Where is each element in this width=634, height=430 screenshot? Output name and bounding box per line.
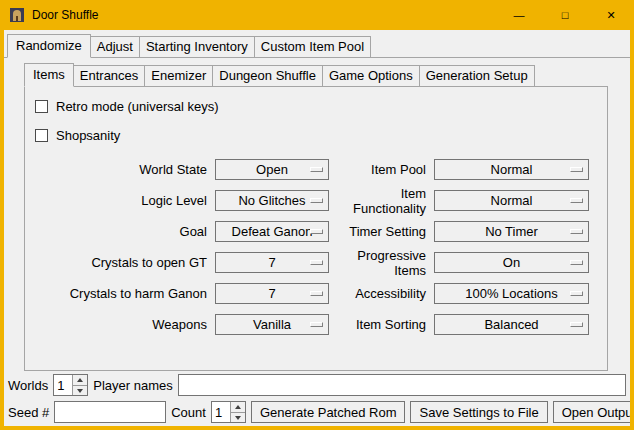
accessibility-dropdown[interactable]: 100% Locations — [434, 283, 589, 304]
item-sorting-dropdown[interactable]: Balanced — [434, 314, 589, 335]
seed-row: Seed # Count Generate Patched Rom Save S… — [8, 401, 626, 423]
dropdown-indicator-icon — [570, 229, 583, 234]
dropdown-indicator-icon — [570, 291, 583, 296]
crystals-open-gt-label: Crystals to open GT — [25, 255, 215, 270]
settings-row: Weapons Vanilla Item Sorting Balanced — [25, 314, 607, 335]
settings-row: Logic Level No Glitches Item Functionali… — [25, 190, 607, 211]
crystals-open-gt-value: 7 — [268, 255, 275, 270]
shopsanity-row[interactable]: Shopsanity — [35, 125, 607, 145]
tab-game-options[interactable]: Game Options — [322, 65, 420, 87]
dropdown-indicator-icon — [310, 322, 323, 327]
item-pool-dropdown[interactable]: Normal — [434, 159, 589, 180]
up-arrow-icon — [235, 405, 241, 409]
count-spin-up-button[interactable] — [230, 402, 245, 412]
dropdown-indicator-icon — [310, 291, 323, 296]
item-pool-label: Item Pool — [329, 162, 434, 177]
item-functionality-dropdown[interactable]: Normal — [434, 190, 589, 211]
tab-dungeon-shuffle[interactable]: Dungeon Shuffle — [212, 65, 323, 87]
tab-entrances[interactable]: Entrances — [73, 65, 146, 87]
count-spin-down-button[interactable] — [230, 412, 245, 422]
worlds-input[interactable] — [54, 375, 72, 395]
crystals-open-gt-dropdown[interactable]: 7 — [215, 252, 329, 273]
worlds-spin-down-button[interactable] — [72, 385, 87, 395]
world-state-value: Open — [256, 162, 288, 177]
client-area: Randomize Adjust Starting Inventory Cust… — [4, 30, 630, 426]
dropdown-indicator-icon — [310, 229, 323, 234]
count-label: Count — [171, 405, 206, 420]
save-settings-button[interactable]: Save Settings to File — [410, 401, 547, 423]
logic-level-value: No Glitches — [238, 193, 305, 208]
worlds-spinbox[interactable] — [53, 374, 88, 396]
tab-starting-inventory[interactable]: Starting Inventory — [139, 36, 255, 58]
seed-input[interactable] — [54, 401, 166, 423]
window-title: Door Shuffle — [32, 8, 99, 22]
settings-row: World State Open Item Pool Normal — [25, 159, 607, 180]
tab-generation-setup[interactable]: Generation Setup — [419, 65, 535, 87]
app-icon — [9, 7, 25, 23]
dropdown-indicator-icon — [570, 198, 583, 203]
dropdown-indicator-icon — [310, 260, 323, 265]
open-output-directory-button[interactable]: Open Output Directory — [553, 401, 630, 423]
tab-items[interactable]: Items — [24, 63, 74, 87]
item-functionality-label: Item Functionality — [329, 186, 434, 216]
settings-row: Crystals to open GT 7 Progressive Items … — [25, 252, 607, 273]
tab-enemizer[interactable]: Enemizer — [144, 65, 213, 87]
retro-mode-row[interactable]: Retro mode (universal keys) — [35, 96, 607, 116]
weapons-dropdown[interactable]: Vanilla — [215, 314, 329, 335]
top-tab-bar: Randomize Adjust Starting Inventory Cust… — [4, 30, 630, 58]
minimize-button[interactable]: — — [496, 0, 542, 30]
settings-row: Goal Defeat Ganon Timer Setting No Timer — [25, 221, 607, 242]
tab-custom-item-pool[interactable]: Custom Item Pool — [254, 36, 371, 58]
progressive-items-dropdown[interactable]: On — [434, 252, 589, 273]
maximize-icon: □ — [562, 9, 569, 21]
player-names-label: Player names — [93, 378, 172, 393]
generate-patched-rom-button[interactable]: Generate Patched Rom — [251, 401, 406, 423]
crystals-harm-ganon-label: Crystals to harm Ganon — [25, 286, 215, 301]
timer-setting-label: Timer Setting — [329, 224, 434, 239]
down-arrow-icon — [235, 416, 241, 420]
worlds-spin-up-button[interactable] — [72, 375, 87, 385]
timer-setting-value: No Timer — [485, 224, 538, 239]
randomize-pane: Items Entrances Enemizer Dungeon Shuffle… — [4, 57, 630, 426]
item-sorting-value: Balanced — [484, 317, 538, 332]
inner-tab-bar: Items Entrances Enemizer Dungeon Shuffle… — [24, 63, 608, 87]
retro-mode-checkbox[interactable] — [35, 100, 48, 113]
shopsanity-label: Shopsanity — [56, 128, 120, 143]
worlds-spin-arrows — [72, 375, 87, 395]
up-arrow-icon — [77, 378, 83, 382]
tab-adjust[interactable]: Adjust — [90, 36, 140, 58]
logic-level-dropdown[interactable]: No Glitches — [215, 190, 329, 211]
maximize-button[interactable]: □ — [542, 0, 588, 30]
accessibility-label: Accessibility — [329, 286, 434, 301]
timer-setting-dropdown[interactable]: No Timer — [434, 221, 589, 242]
crystals-harm-ganon-value: 7 — [268, 286, 275, 301]
close-button[interactable]: ✕ — [588, 0, 634, 30]
dropdown-indicator-icon — [570, 260, 583, 265]
progressive-items-value: On — [503, 255, 520, 270]
logic-level-label: Logic Level — [25, 193, 215, 208]
seed-label: Seed # — [8, 405, 49, 420]
down-arrow-icon — [77, 389, 83, 393]
settings-row: Crystals to harm Ganon 7 Accessibility 1… — [25, 283, 607, 304]
world-state-dropdown[interactable]: Open — [215, 159, 329, 180]
close-icon: ✕ — [606, 9, 615, 22]
shopsanity-checkbox[interactable] — [35, 129, 48, 142]
items-pane: Retro mode (universal keys) Shopsanity W… — [24, 86, 608, 371]
count-input[interactable] — [212, 402, 230, 422]
worlds-row: Worlds Player names — [8, 374, 626, 396]
crystals-harm-ganon-dropdown[interactable]: 7 — [215, 283, 329, 304]
weapons-value: Vanilla — [253, 317, 291, 332]
goal-dropdown[interactable]: Defeat Ganon — [215, 221, 329, 242]
titlebar[interactable]: Door Shuffle — □ ✕ — [0, 0, 634, 30]
tab-randomize[interactable]: Randomize — [7, 34, 91, 58]
inner-notebook: Items Entrances Enemizer Dungeon Shuffle… — [24, 63, 608, 371]
item-pool-value: Normal — [491, 162, 533, 177]
goal-label: Goal — [25, 224, 215, 239]
accessibility-value: 100% Locations — [465, 286, 558, 301]
weapons-label: Weapons — [25, 317, 215, 332]
minimize-icon: — — [514, 9, 525, 21]
world-state-label: World State — [25, 162, 215, 177]
count-spinbox[interactable] — [211, 401, 246, 423]
progressive-items-label: Progressive Items — [329, 248, 434, 278]
player-names-input[interactable] — [178, 374, 626, 396]
